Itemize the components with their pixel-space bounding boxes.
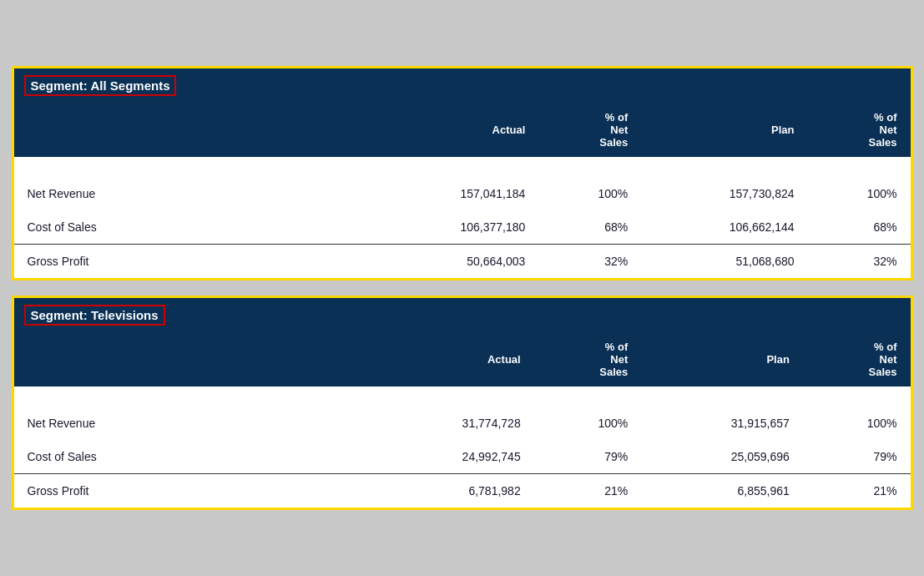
table-row-1-2: Gross Profit6,781,98221%6,855,96121% xyxy=(14,474,911,508)
row-val-0-0-2: 157,730,824 xyxy=(641,177,807,210)
row-val-1-1-2: 25,059,696 xyxy=(641,440,803,474)
table-row-1-0: Net Revenue31,774,728100%31,915,657100% xyxy=(14,407,911,440)
col-header-pct_net_sales_2-1: % of Net Sales xyxy=(803,332,911,387)
row-val-1-2-3: 21% xyxy=(803,474,911,508)
row-val-0-2-1: 32% xyxy=(538,245,641,279)
row-val-1-2-1: 21% xyxy=(534,474,642,508)
spacer-row xyxy=(14,157,911,177)
table-row-0-0: Net Revenue157,041,184100%157,730,824100… xyxy=(14,177,911,210)
segment-container-0: Segment: All SegmentsActual% of Net Sale… xyxy=(12,66,913,280)
col-header-plan-0: Plan xyxy=(641,103,807,157)
table-row-1-1: Cost of Sales24,992,74579%25,059,69679% xyxy=(14,440,911,474)
col-header-label xyxy=(14,332,373,387)
row-val-0-0-0: 157,041,184 xyxy=(372,177,538,210)
segment-container-1: Segment: TelevisionsActual% of Net Sales… xyxy=(12,296,913,510)
row-val-1-1-0: 24,992,745 xyxy=(372,440,534,474)
row-val-1-0-0: 31,774,728 xyxy=(372,407,534,440)
row-val-1-0-1: 100% xyxy=(534,407,642,440)
segment-table-1: Actual% of Net SalesPlan% of Net SalesNe… xyxy=(14,332,911,508)
page-wrapper: Segment: All SegmentsActual% of Net Sale… xyxy=(12,66,913,510)
spacer-row xyxy=(14,387,911,407)
table-row-0-2: Gross Profit50,664,00332%51,068,68032% xyxy=(14,245,911,279)
segment-title-0: Segment: All Segments xyxy=(24,75,177,96)
row-val-1-0-2: 31,915,657 xyxy=(641,407,803,440)
row-val-0-1-3: 68% xyxy=(808,210,911,245)
col-header-pct_net_sales_1-1: % of Net Sales xyxy=(534,332,642,387)
row-val-0-0-1: 100% xyxy=(538,177,641,210)
row-val-0-1-2: 106,662,144 xyxy=(641,210,807,245)
row-val-1-1-3: 79% xyxy=(803,440,911,474)
row-val-0-2-2: 51,068,680 xyxy=(641,245,807,279)
row-label-1-1: Cost of Sales xyxy=(14,440,373,474)
row-val-0-2-0: 50,664,003 xyxy=(372,245,538,279)
row-label-0-2: Gross Profit xyxy=(14,245,373,279)
segment-table-0: Actual% of Net SalesPlan% of Net SalesNe… xyxy=(14,103,911,278)
col-header-pct_net_sales_1-0: % of Net Sales xyxy=(538,103,641,157)
row-val-1-0-3: 100% xyxy=(803,407,911,440)
segment-header-1: Segment: Televisions xyxy=(14,298,911,332)
segment-title-1: Segment: Televisions xyxy=(24,305,165,326)
col-header-label xyxy=(14,103,373,157)
row-label-1-2: Gross Profit xyxy=(14,474,373,508)
row-val-1-1-1: 79% xyxy=(534,440,642,474)
row-label-0-0: Net Revenue xyxy=(14,177,373,210)
segment-header-0: Segment: All Segments xyxy=(14,68,911,103)
row-val-0-1-0: 106,377,180 xyxy=(372,210,538,245)
col-header-pct_net_sales_2-0: % of Net Sales xyxy=(808,103,911,157)
table-row-0-1: Cost of Sales106,377,18068%106,662,14468… xyxy=(14,210,911,245)
row-val-0-0-3: 100% xyxy=(808,177,911,210)
col-header-actual-1: Actual xyxy=(372,332,534,387)
row-val-0-1-1: 68% xyxy=(538,210,641,245)
row-val-1-2-2: 6,855,961 xyxy=(641,474,803,508)
col-header-plan-1: Plan xyxy=(641,332,803,387)
row-label-0-1: Cost of Sales xyxy=(14,210,373,245)
row-val-0-2-3: 32% xyxy=(808,245,911,279)
col-header-actual-0: Actual xyxy=(372,103,538,157)
row-val-1-2-0: 6,781,982 xyxy=(372,474,534,508)
row-label-1-0: Net Revenue xyxy=(14,407,373,440)
